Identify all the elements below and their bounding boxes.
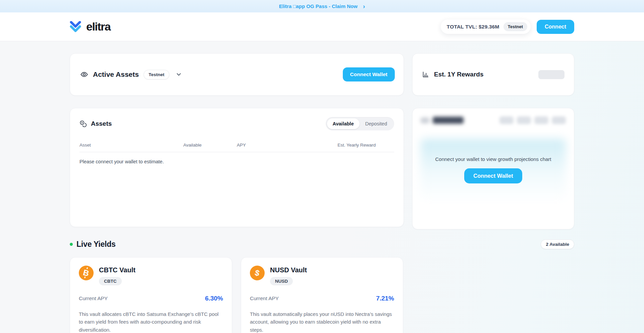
rewards-loading-skeleton [538,70,565,79]
testnet-badge: Testnet [144,70,169,79]
connect-wallet-button[interactable]: Connect Wallet [343,67,395,81]
col-asset: Asset [79,143,183,148]
assets-card: Assets Available Deposited Asset Availab… [70,108,404,227]
blurred-range-buttons [499,116,566,124]
apy-label: Current APY [79,295,108,301]
chevron-down-icon[interactable] [175,71,182,78]
growth-projections-card: Connect your wallet to view growth proje… [412,108,574,229]
apy-label: Current APY [250,295,279,301]
row-summary: Active Assets Testnet Connect Wallet [70,53,574,96]
assets-empty-message: Please connect your wallet to estimate. [79,159,394,164]
vault-card-cbtc[interactable]: B CBTC Vault CBTC Current APY 6.30% This… [70,257,232,333]
apy-value: 7.21% [376,295,394,302]
header-right: TOTAL TVL: $29.36M Testnet Connect [441,19,574,34]
main-content: Active Assets Testnet Connect Wallet [70,41,574,333]
assets-title: Assets [91,120,112,127]
vault-card-nusd[interactable]: $ NUSD Vault NUSD Current APY 7.21% This… [241,257,403,333]
chart-connect-message: Connect your wallet to view growth proje… [435,156,551,162]
assets-tabs: Available Deposited [326,117,394,130]
active-assets-card: Active Assets Testnet Connect Wallet [70,53,404,96]
coins-icon [79,120,87,127]
connect-button[interactable]: Connect [537,20,574,34]
token-badge: CBTC [99,277,122,285]
logo-text: elitra [86,20,110,33]
vault-name: CBTC Vault [99,266,136,274]
col-apy: APY [237,143,337,148]
bar-chart-icon [422,71,429,78]
bitcoin-icon: B [79,266,94,280]
live-dot-icon [70,243,73,246]
dollar-icon: $ [250,266,265,280]
vault-description: This vault automatically places your nUS… [250,310,394,333]
assets-table-header: Asset Available APY Est. Yearly Reward [79,143,394,152]
promo-banner[interactable]: Elitra □app OG Pass - Claim Now › [0,0,644,12]
active-assets-title: Active Assets [93,70,139,78]
est-rewards-title: Est. 1Y Rewards [434,71,484,78]
vault-name: NUSD Vault [270,266,307,274]
tab-available[interactable]: Available [327,118,360,129]
logo[interactable]: elitra [70,20,110,33]
available-count-badge: 2 Available [541,239,574,249]
token-badge: NUSD [270,277,293,285]
total-tvl-pill: TOTAL TVL: $29.36M Testnet [441,19,531,34]
vault-description: This vault allocates cBTC into Satsuma E… [79,310,223,333]
col-available: Available [183,143,237,148]
est-rewards-card: Est. 1Y Rewards [412,53,574,96]
vaults-grid: B CBTC Vault CBTC Current APY 6.30% This… [70,257,574,333]
header: elitra TOTAL TVL: $29.36M Testnet Connec… [0,12,644,41]
network-badge: Testnet [503,22,527,31]
row-details: Assets Available Deposited Asset Availab… [70,108,574,229]
col-est-yearly-reward: Est. Yearly Reward [337,143,394,148]
eye-icon [80,70,88,78]
blurred-chart-title [421,117,464,124]
live-yields-header: Live Yields 2 Available [70,239,574,249]
total-tvl-value: TOTAL TVL: $29.36M [447,24,499,30]
double-chevron-logo-icon [70,21,83,33]
tab-deposited[interactable]: Deposited [360,118,393,129]
chevron-right-icon: › [363,3,365,9]
chart-connect-wallet-button[interactable]: Connect Wallet [464,168,522,183]
apy-value: 6.30% [205,295,223,302]
promo-banner-text[interactable]: Elitra □app OG Pass - Claim Now [279,3,358,9]
live-yields-title: Live Yields [76,240,116,249]
